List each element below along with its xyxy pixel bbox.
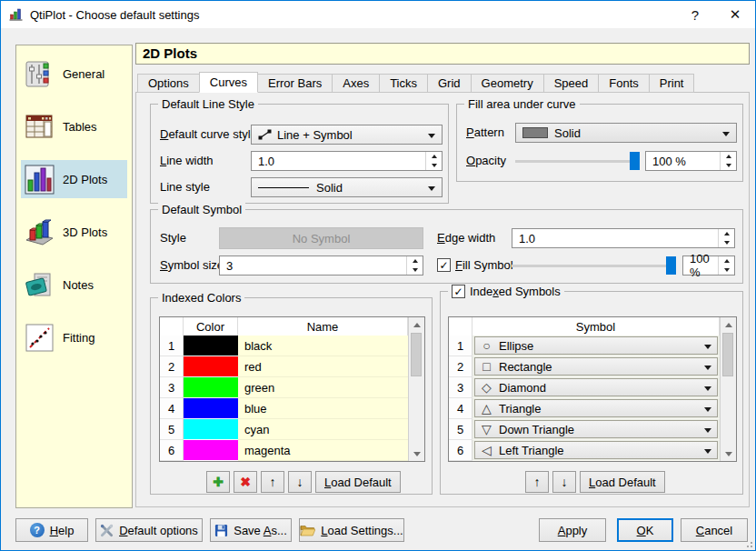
row-header[interactable]: 2 — [160, 356, 184, 377]
fill-symbol-spinbox[interactable]: 100 % — [682, 255, 735, 276]
spinner-buttons[interactable] — [425, 152, 442, 170]
sidebar-item-fitting[interactable]: Fitting — [21, 318, 127, 356]
symbol-combo[interactable]: ○Ellipse — [474, 336, 718, 355]
load-default-colors-button[interactable]: Load Default — [315, 471, 401, 493]
sidebar-item-tables[interactable]: Tables — [21, 107, 127, 145]
tab-axes[interactable]: Axes — [332, 74, 380, 93]
row-header[interactable]: 4 — [449, 398, 472, 419]
color-swatch[interactable] — [184, 398, 238, 419]
tab-print[interactable]: Print — [649, 74, 695, 93]
vertical-scrollbar[interactable] — [720, 317, 736, 461]
scroll-up-button[interactable] — [409, 317, 424, 332]
help-titlebar-button[interactable]: ? — [675, 1, 715, 28]
color-name-cell[interactable]: magenta — [238, 440, 408, 461]
sidebar-item-2d-plots[interactable]: 2D Plots — [21, 160, 127, 198]
tab-error-bars[interactable]: Error Bars — [257, 74, 333, 93]
symbol-combo[interactable]: ▽Down Triangle — [474, 420, 718, 438]
row-header[interactable]: 3 — [449, 377, 472, 398]
symbol-combo[interactable]: △Triangle — [474, 399, 718, 417]
sidebar-item-notes[interactable]: Notes — [21, 265, 127, 304]
ok-button[interactable]: OK — [617, 518, 673, 542]
symbol-combo[interactable]: ◁Left Triangle — [474, 441, 718, 459]
color-name-cell[interactable]: blue — [238, 398, 408, 419]
row-header[interactable]: 6 — [160, 440, 184, 461]
scroll-down-button[interactable] — [409, 446, 424, 461]
color-swatch[interactable] — [184, 377, 238, 398]
indexed-symbols-checkbox[interactable]: ✓ — [452, 285, 465, 298]
page-title: 2D Plots — [135, 43, 750, 65]
slider-handle[interactable] — [666, 256, 676, 275]
move-color-up-button[interactable]: ↑ — [261, 471, 284, 493]
row-header[interactable]: 2 — [449, 356, 472, 377]
symbol-combo[interactable]: ◇Diamond — [474, 378, 718, 396]
tab-ticks[interactable]: Ticks — [379, 74, 428, 93]
color-swatch[interactable] — [184, 356, 238, 377]
pattern-combo[interactable]: Solid — [515, 123, 737, 143]
row-header[interactable]: 3 — [160, 377, 184, 398]
opacity-slider[interactable] — [515, 152, 640, 170]
load-settings-button[interactable]: Load Settings... — [299, 518, 404, 542]
scroll-down-icon — [725, 452, 732, 456]
tab-curves[interactable]: Curves — [199, 72, 258, 93]
symbol-size-spinbox[interactable]: 3 — [219, 255, 423, 276]
apply-button[interactable]: Apply — [539, 518, 606, 542]
tab-geometry[interactable]: Geometry — [471, 74, 544, 93]
add-color-button[interactable]: ✚ — [206, 471, 230, 493]
scroll-up-icon — [413, 323, 421, 327]
sidebar-item-general[interactable]: General — [21, 55, 127, 93]
row-header[interactable]: 1 — [160, 336, 184, 356]
scrollbar-thumb[interactable] — [722, 333, 733, 376]
title-bar[interactable]: QtiPlot - Choose default settings ? ✕ — [1, 1, 755, 28]
fill-symbol-slider[interactable] — [512, 256, 676, 275]
row-header[interactable]: 6 — [449, 440, 472, 461]
color-swatch[interactable] — [184, 336, 238, 356]
scroll-up-icon — [725, 323, 732, 327]
slider-handle[interactable] — [630, 152, 640, 170]
save-as-button[interactable]: Save As... — [210, 518, 292, 542]
load-default-symbols-button[interactable]: Load Default — [580, 471, 665, 493]
cancel-button[interactable]: Cancel — [681, 518, 748, 542]
tab-fonts[interactable]: Fonts — [598, 74, 650, 93]
vertical-scrollbar[interactable] — [408, 317, 424, 461]
color-swatch[interactable] — [184, 419, 238, 440]
opacity-label: Opacity — [466, 151, 506, 171]
move-color-down-button[interactable]: ↓ — [288, 471, 312, 493]
line-width-spinbox[interactable]: 1.0 — [251, 151, 443, 171]
color-name-cell[interactable]: cyan — [238, 419, 408, 440]
row-header[interactable]: 5 — [449, 419, 472, 440]
indexed-symbols-title: Indexed Symbols — [470, 285, 561, 298]
opacity-spinbox[interactable]: 100 % — [645, 151, 737, 171]
edge-width-spinbox[interactable]: 1.0 — [512, 228, 735, 248]
color-name-cell[interactable]: green — [238, 377, 408, 398]
row-header[interactable]: 4 — [160, 398, 184, 419]
scrollbar-thumb[interactable] — [411, 333, 422, 376]
row-header[interactable]: 5 — [160, 419, 184, 440]
move-symbol-up-button[interactable]: ↑ — [525, 471, 549, 493]
color-name-cell[interactable]: black — [238, 336, 408, 356]
close-button[interactable]: ✕ — [715, 1, 755, 28]
color-swatch[interactable] — [184, 440, 238, 461]
default-curve-style-combo[interactable]: Line + Symbol — [251, 125, 443, 145]
fill-symbol-checkbox[interactable]: ✓ — [437, 258, 451, 272]
symbol-combo[interactable]: □Rectangle — [474, 357, 718, 376]
spinner-buttons[interactable] — [718, 229, 734, 247]
resize-grip[interactable] — [743, 538, 752, 547]
spinner-buttons[interactable] — [720, 152, 736, 170]
scroll-down-button[interactable] — [721, 446, 736, 461]
spinner-buttons[interactable] — [718, 256, 734, 275]
notes-icon — [24, 269, 55, 301]
delete-color-button[interactable]: ✖ — [234, 471, 257, 493]
tab-speed[interactable]: Speed — [543, 74, 600, 93]
tab-grid[interactable]: Grid — [427, 74, 472, 93]
spinner-buttons[interactable] — [406, 256, 423, 275]
move-symbol-down-button[interactable]: ↓ — [552, 471, 576, 493]
indexed-symbols-group: ✓ Indexed Symbols Symbol 1 ○Ellipse 2 □R… — [440, 291, 743, 495]
line-style-combo[interactable]: Solid — [251, 177, 443, 197]
color-name-cell[interactable]: red — [238, 356, 408, 377]
help-button[interactable]: ? Help — [15, 518, 88, 542]
row-header[interactable]: 1 — [449, 336, 472, 356]
sidebar-item-3d-plots[interactable]: 3D Plots — [21, 213, 127, 251]
default-options-button[interactable]: Default options — [95, 518, 203, 542]
scroll-up-button[interactable] — [721, 317, 736, 332]
tab-options[interactable]: Options — [137, 74, 200, 93]
